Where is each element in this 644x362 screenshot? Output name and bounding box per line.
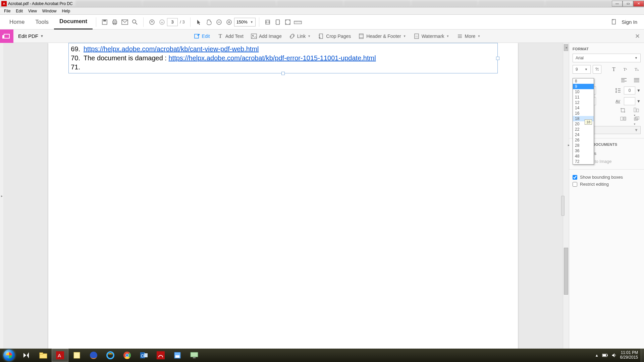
font-size-option[interactable]: 26 xyxy=(573,137,594,143)
menu-file[interactable]: File xyxy=(1,8,13,14)
tool-add-image[interactable]: Add Image xyxy=(251,33,282,39)
taskbar-reader-icon[interactable] xyxy=(152,349,169,362)
link-text[interactable]: https://helpx.adobe.com/acrobat/kb/cant-… xyxy=(84,45,259,54)
restrict-editing-checkbox[interactable]: Restrict editing xyxy=(573,181,641,188)
left-panel-toggle[interactable]: ▸ xyxy=(0,43,3,349)
font-size-option[interactable]: 11 xyxy=(573,95,594,100)
font-size-option[interactable]: 48 xyxy=(573,154,594,159)
edit-pdf-mode-label[interactable]: Edit PDF xyxy=(13,33,40,39)
clock[interactable]: 11:01 PM6/29/2015 xyxy=(620,351,638,360)
menu-edit[interactable]: Edit xyxy=(13,8,25,14)
ruler-icon[interactable] xyxy=(293,17,303,27)
font-size-option[interactable]: 22 xyxy=(573,127,594,132)
arrange-icon[interactable]: ▼ xyxy=(633,116,641,123)
subscript-icon[interactable]: T₁ xyxy=(633,66,641,73)
start-button[interactable] xyxy=(0,349,18,362)
taskbar-visualstudio-icon[interactable] xyxy=(18,349,35,362)
chevron-down-icon[interactable]: ▼ xyxy=(40,34,44,38)
align-left-icon[interactable] xyxy=(620,76,628,84)
tool-edit[interactable]: Edit xyxy=(194,33,210,39)
vertical-scrollbar[interactable] xyxy=(563,43,569,349)
kerning-icon[interactable]: AV xyxy=(614,98,622,105)
background-tabs[interactable] xyxy=(75,1,612,7)
mail-icon[interactable] xyxy=(120,17,130,27)
font-size-option[interactable]: 28 xyxy=(573,143,594,148)
zoom-out-icon[interactable] xyxy=(214,17,224,27)
taskbar-monitor-icon[interactable] xyxy=(186,349,203,362)
tool-crop-pages[interactable]: Crop Pages xyxy=(318,33,351,39)
font-size-option[interactable]: 12 xyxy=(573,100,594,105)
tag-icon[interactable] xyxy=(609,17,619,27)
text-style-icon[interactable]: T xyxy=(610,66,618,73)
nav-home[interactable]: Home xyxy=(4,15,30,29)
font-size-option[interactable]: 72 xyxy=(573,159,594,164)
font-size-option[interactable]: 9 xyxy=(573,84,594,89)
show-desktop-button[interactable] xyxy=(641,349,644,362)
tool-header-footer[interactable]: Header & Footer▼ xyxy=(358,33,406,39)
taskbar-app-icon[interactable] xyxy=(169,349,186,362)
collapse-caret-icon[interactable]: ▸ xyxy=(566,46,568,49)
close-panel-button[interactable]: ✕ xyxy=(631,33,644,40)
taskbar-ie-icon[interactable] xyxy=(102,349,119,362)
save-icon[interactable] xyxy=(100,17,110,27)
page-up-icon[interactable] xyxy=(147,17,157,27)
page-down-icon[interactable] xyxy=(157,17,167,27)
search-icon[interactable] xyxy=(130,17,140,27)
font-size-option[interactable]: 36 xyxy=(573,148,594,154)
align-justify-icon[interactable] xyxy=(633,76,641,84)
minimize-button[interactable]: — xyxy=(612,1,623,7)
tool-more[interactable]: More▼ xyxy=(457,33,481,39)
hand-tool-icon[interactable] xyxy=(204,17,214,27)
print-icon[interactable] xyxy=(110,17,120,27)
taskbar-acrobat-icon[interactable]: A xyxy=(52,349,68,362)
fit-page-icon[interactable] xyxy=(273,17,283,27)
flip-icon[interactable] xyxy=(620,116,627,123)
taskbar-notes-icon[interactable] xyxy=(68,349,85,362)
superscript-icon[interactable]: T¹ xyxy=(621,66,629,73)
editable-text-box[interactable]: 69.https://helpx.adobe.com/acrobat/kb/ca… xyxy=(68,43,498,73)
zoom-in-icon[interactable] xyxy=(224,17,234,27)
taskbar-chrome-icon[interactable] xyxy=(119,349,136,362)
taskbar-explorer-icon[interactable] xyxy=(35,349,52,362)
font-size-dropdown[interactable]: 9▼ xyxy=(573,65,591,74)
menu-view[interactable]: View xyxy=(25,8,40,14)
font-size-option[interactable]: 24 xyxy=(573,132,594,137)
menu-help[interactable]: Help xyxy=(59,8,73,14)
font-family-dropdown[interactable]: Arial▼ xyxy=(573,54,641,62)
page-number-input[interactable] xyxy=(167,18,178,26)
zoom-dropdown[interactable]: 150%▼ xyxy=(234,18,256,26)
tray-chevron-icon[interactable]: ▲ xyxy=(595,353,599,357)
maximize-button[interactable]: ▭ xyxy=(623,1,633,7)
help-icon[interactable]: ?⃝ xyxy=(593,65,601,74)
fullscreen-icon[interactable] xyxy=(283,17,293,27)
tray-volume-icon[interactable] xyxy=(611,353,617,358)
kerning-value[interactable]: ▼ xyxy=(624,97,641,105)
tool-add-text[interactable]: TAdd Text xyxy=(217,33,244,39)
show-bounding-boxes-checkbox[interactable]: Show bounding boxes xyxy=(573,174,641,181)
link-text[interactable]: https://helpx.adobe.com/acrobat/kb/pdf-e… xyxy=(168,54,376,62)
close-button[interactable]: ✕ xyxy=(633,1,644,7)
select-tool-icon[interactable] xyxy=(194,17,204,27)
tool-watermark[interactable]: WWatermark▼ xyxy=(414,33,449,39)
nav-document[interactable]: Document xyxy=(54,15,93,29)
nav-tools[interactable]: Tools xyxy=(30,15,54,29)
font-size-option[interactable]: 14 xyxy=(573,105,594,111)
line-spacing-icon[interactable] xyxy=(614,87,622,94)
crop-object-icon[interactable] xyxy=(620,107,627,114)
system-tray[interactable]: ▲ 11:01 PM6/29/2015 xyxy=(592,351,641,360)
tray-battery-icon[interactable] xyxy=(602,353,608,357)
sign-in-link[interactable]: Sign In xyxy=(619,19,640,25)
fit-width-icon[interactable] xyxy=(263,17,273,27)
font-size-option[interactable]: 8 xyxy=(573,78,594,84)
font-size-option[interactable]: 10 xyxy=(573,89,594,95)
panel-collapse-handle[interactable] xyxy=(561,196,565,216)
font-size-option[interactable]: 16 xyxy=(573,111,594,116)
menu-window[interactable]: Window xyxy=(40,8,59,14)
collapse-caret-icon[interactable]: ▸ xyxy=(568,143,570,147)
taskbar-firefox-icon[interactable] xyxy=(85,349,102,362)
spacing-value[interactable]: 0▼ xyxy=(624,86,641,95)
tool-link[interactable]: Link▼ xyxy=(289,33,311,39)
taskbar-outlook-icon[interactable]: O xyxy=(136,349,152,362)
document-area[interactable]: 69.https://helpx.adobe.com/acrobat/kb/ca… xyxy=(3,43,563,349)
align-objects-icon[interactable]: ▼ xyxy=(633,107,641,114)
